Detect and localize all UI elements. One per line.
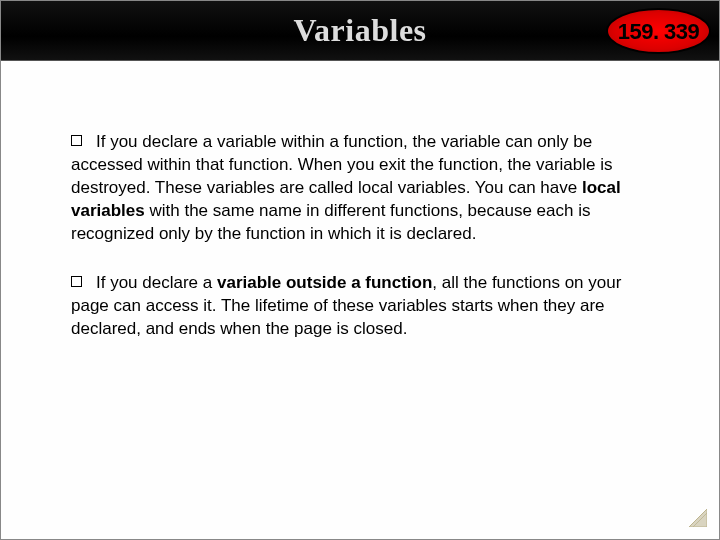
bullet-text-bold: variable outside a function	[217, 273, 432, 292]
slide-header: Variables 159. 339	[1, 1, 719, 61]
square-bullet-icon	[71, 135, 82, 146]
bullet-text-pre: If you declare a	[96, 273, 217, 292]
square-bullet-icon	[71, 276, 82, 287]
slide-number-badge: 159. 339	[606, 8, 711, 54]
page-corner-icon	[689, 509, 707, 527]
bullet-item: If you declare a variable outside a func…	[71, 272, 649, 341]
svg-marker-0	[689, 509, 707, 527]
slide-body: If you declare a variable within a funct…	[1, 61, 719, 341]
bullet-item: If you declare a variable within a funct…	[71, 131, 649, 246]
bullet-text-pre: If you declare a variable within a funct…	[71, 132, 612, 197]
bullet-text-post: with the same name in different function…	[71, 201, 590, 243]
